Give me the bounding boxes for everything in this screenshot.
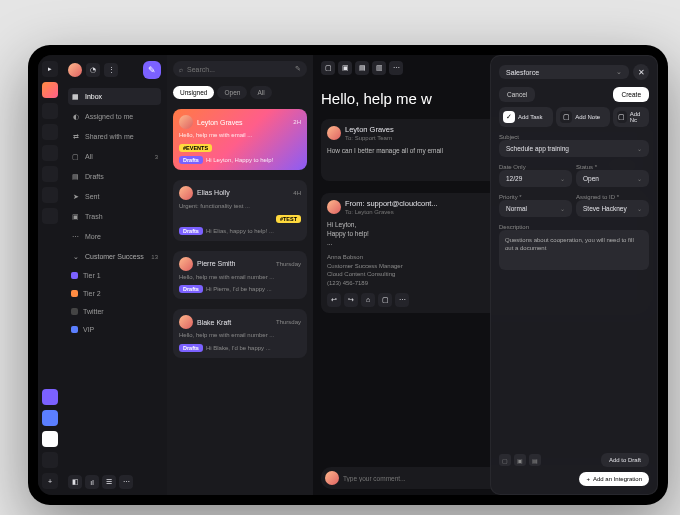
- filter-row: Unsigned Open All: [173, 86, 307, 99]
- rail-add[interactable]: +: [42, 473, 58, 489]
- reply-action-icon[interactable]: ↪: [344, 293, 358, 307]
- create-button[interactable]: Create: [613, 87, 649, 102]
- nc-icon: ▢: [617, 111, 626, 123]
- subject-field[interactable]: Schedule app training⌄: [499, 140, 649, 157]
- nav-assigned[interactable]: ◐Assigned to me: [68, 108, 161, 125]
- rail-item[interactable]: ▸: [42, 61, 58, 77]
- add-to-draft-button[interactable]: Add to Draft: [601, 453, 649, 467]
- date-field[interactable]: 12/29⌄: [499, 170, 572, 187]
- avatar: [327, 126, 341, 140]
- all-icon: ▢: [71, 152, 80, 161]
- message-card[interactable]: Leyton Graves2H Hello, help me with emai…: [173, 109, 307, 170]
- compose-button[interactable]: ✎: [143, 61, 161, 79]
- reply-action-icon[interactable]: ▢: [378, 293, 392, 307]
- tag-test: #TEST: [276, 215, 301, 223]
- avatar: [179, 257, 193, 271]
- inbox-icon: ▦: [71, 92, 80, 101]
- message-list: ⌕ ✎ Unsigned Open All Leyton Graves2H He…: [167, 55, 313, 495]
- icon-rail: ▸ +: [38, 55, 62, 495]
- footer-icon[interactable]: ☰: [102, 475, 116, 489]
- plus-icon: +: [586, 476, 590, 482]
- message-card[interactable]: Pierre SmithThursday Hello, help me with…: [173, 251, 307, 300]
- rail-item[interactable]: [42, 103, 58, 119]
- more-icon: ⋯: [71, 232, 80, 241]
- avatar: [179, 315, 193, 329]
- settings-icon[interactable]: ⋮: [104, 63, 118, 77]
- nav-vip[interactable]: VIP: [68, 322, 161, 337]
- avatar: [179, 115, 193, 129]
- message-card[interactable]: Elias Holly4H Urgent: functionality test…: [173, 180, 307, 241]
- rail-item[interactable]: [42, 208, 58, 224]
- tag-drafts: Drafts: [179, 285, 203, 293]
- user-avatar[interactable]: [68, 63, 82, 77]
- nav-drafts[interactable]: ▤Drafts: [68, 168, 161, 185]
- action-icon[interactable]: ▣: [338, 61, 352, 75]
- rail-item[interactable]: [42, 431, 58, 447]
- add-task-button[interactable]: ✓Add Task: [499, 107, 553, 127]
- nav-tier1[interactable]: Tier 1: [68, 268, 161, 283]
- avatar: [179, 186, 193, 200]
- more-icon[interactable]: ⋯: [389, 61, 403, 75]
- rail-item[interactable]: [42, 166, 58, 182]
- cancel-button[interactable]: Cancel: [499, 87, 535, 102]
- nav-sent[interactable]: ➤Sent: [68, 188, 161, 205]
- description-field[interactable]: Questions about cooperation, you will ne…: [499, 230, 649, 270]
- filter-unsigned[interactable]: Unsigned: [173, 86, 214, 99]
- color-dot-icon: [71, 272, 78, 279]
- avatar: [327, 200, 341, 214]
- filter-open[interactable]: Open: [217, 86, 247, 99]
- nav-all[interactable]: ▢All3: [68, 148, 161, 165]
- foot-icon[interactable]: ▣: [514, 454, 526, 466]
- nav-shared[interactable]: ⇄Shared with me: [68, 128, 161, 145]
- footer-icon[interactable]: ⋯: [119, 475, 133, 489]
- rail-item[interactable]: [42, 187, 58, 203]
- nav-section-cs[interactable]: ⌄Customer Success13: [68, 248, 161, 265]
- rail-item[interactable]: [42, 124, 58, 140]
- nav-twitter[interactable]: Twitter: [68, 304, 161, 319]
- composer-avatar: [325, 471, 339, 485]
- action-icon[interactable]: ▥: [372, 61, 386, 75]
- nav-inbox[interactable]: ▦Inbox: [68, 88, 161, 105]
- add-integration-button[interactable]: +Add an Integration: [579, 472, 649, 486]
- action-icon[interactable]: ▤: [355, 61, 369, 75]
- integration-select[interactable]: Salesforce⌄: [499, 65, 629, 79]
- priority-field[interactable]: Normal⌄: [499, 200, 572, 217]
- reply-more-icon[interactable]: ⋯: [395, 293, 409, 307]
- task-icon: ✓: [503, 111, 515, 123]
- color-dot-icon: [71, 290, 78, 297]
- footer-icon[interactable]: ıl: [85, 475, 99, 489]
- reply-action-icon[interactable]: ↩: [327, 293, 341, 307]
- rail-item[interactable]: [42, 452, 58, 468]
- integration-panel: Salesforce⌄ ✕ Cancel Create ✓Add Task ▢A…: [490, 55, 658, 495]
- close-icon[interactable]: ✕: [633, 64, 649, 80]
- color-dot-icon: [71, 326, 78, 333]
- edit-icon[interactable]: ✎: [295, 65, 301, 73]
- nav-more[interactable]: ⋯More: [68, 228, 161, 245]
- tag-drafts: Drafts: [179, 227, 203, 235]
- message-card[interactable]: Blake KraftThursday Hello, help me with …: [173, 309, 307, 358]
- chevron-down-icon: ⌄: [637, 145, 642, 152]
- tag-drafts: Drafts: [179, 156, 203, 164]
- status-field[interactable]: Open⌄: [576, 170, 649, 187]
- foot-icon[interactable]: ▤: [529, 454, 541, 466]
- foot-icon[interactable]: ▢: [499, 454, 511, 466]
- rail-item[interactable]: [42, 389, 58, 405]
- nav-trash[interactable]: ▣Trash: [68, 208, 161, 225]
- add-nc-button[interactable]: ▢Add Nc: [613, 107, 649, 127]
- assigned-field[interactable]: Steve Hackney⌄: [576, 200, 649, 217]
- reply-action-icon[interactable]: ⌂: [361, 293, 375, 307]
- nav-tier2[interactable]: Tier 2: [68, 286, 161, 301]
- bell-icon[interactable]: ◔: [86, 63, 100, 77]
- shared-icon: ⇄: [71, 132, 80, 141]
- rail-item[interactable]: [42, 410, 58, 426]
- add-note-button[interactable]: ▢Add Note: [556, 107, 610, 127]
- search-input[interactable]: ⌕ ✎: [173, 61, 307, 77]
- sent-icon: ➤: [71, 192, 80, 201]
- filter-all[interactable]: All: [250, 86, 271, 99]
- assigned-icon: ◐: [71, 112, 80, 121]
- rail-item[interactable]: [42, 145, 58, 161]
- trash-icon: ▣: [71, 212, 80, 221]
- action-icon[interactable]: ▢: [321, 61, 335, 75]
- footer-icon[interactable]: ◧: [68, 475, 82, 489]
- rail-item-active[interactable]: [42, 82, 58, 98]
